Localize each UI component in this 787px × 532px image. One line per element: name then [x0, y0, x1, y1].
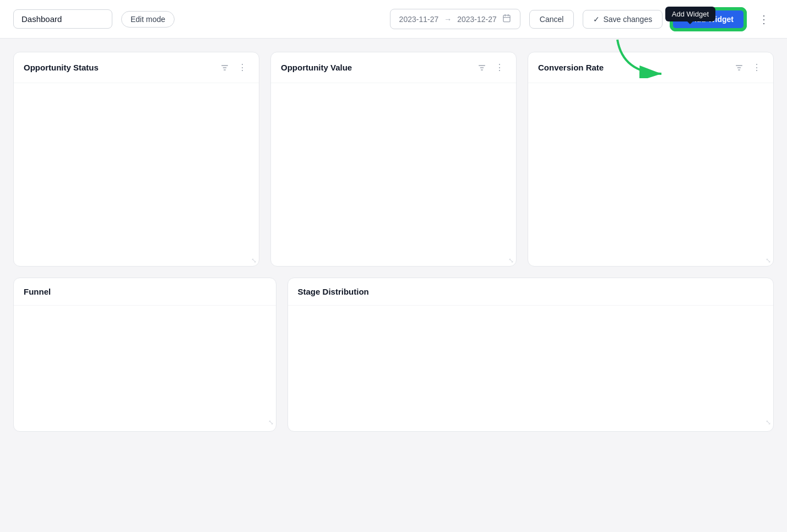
widget-actions-conversion-rate: ⋮: [732, 61, 763, 74]
widget-actions-opportunity-value: ⋮: [475, 61, 506, 74]
stage-distribution-title: Stage Distribution: [298, 287, 369, 296]
conversion-rate-body: ⤡: [528, 83, 773, 266]
cancel-button[interactable]: Cancel: [529, 10, 574, 29]
topbar: Add Widget Edit mode 2023-11-27 → 2023-1…: [0, 0, 787, 39]
conversion-rate-filter-button[interactable]: [732, 62, 746, 73]
svg-rect-0: [503, 15, 510, 22]
opportunity-value-widget: Opportunity Value ⋮ ⤡: [270, 52, 517, 267]
more-icon: ⋮: [238, 62, 247, 73]
date-end: 2023-12-27: [457, 15, 497, 24]
widget-header-stage-distribution: Stage Distribution: [288, 278, 773, 306]
opportunity-status-title: Opportunity Status: [24, 63, 99, 72]
opportunity-status-more-button[interactable]: ⋮: [236, 61, 249, 74]
widget-row-1: Opportunity Status ⋮ ⤡ Op: [13, 52, 774, 267]
resize-handle[interactable]: ⤡: [268, 419, 274, 426]
opportunity-value-title: Opportunity Value: [281, 63, 352, 72]
funnel-widget: Funnel ⤡: [13, 278, 276, 432]
more-icon: ⋮: [495, 62, 504, 73]
opportunity-value-body: ⤡: [271, 83, 516, 266]
check-icon: ✓: [593, 15, 600, 24]
more-icon: ⋮: [752, 62, 761, 73]
widget-header-conversion-rate: Conversion Rate ⋮: [528, 52, 773, 83]
conversion-rate-title: Conversion Rate: [538, 63, 604, 72]
funnel-body: ⤡: [14, 306, 276, 428]
add-widget-tooltip: Add Widget: [665, 7, 715, 21]
stage-distribution-body: ⤡: [288, 306, 773, 428]
widget-header-opportunity-value: Opportunity Value ⋮: [271, 52, 516, 83]
resize-handle[interactable]: ⤡: [766, 257, 771, 264]
more-icon: ⋮: [758, 13, 769, 25]
opportunity-status-widget: Opportunity Status ⋮ ⤡: [13, 52, 259, 267]
date-start: 2023-11-27: [399, 15, 439, 24]
conversion-rate-widget: Conversion Rate ⋮ ⤡: [528, 52, 774, 267]
calendar-icon: [502, 14, 511, 24]
resize-handle[interactable]: ⤡: [251, 257, 257, 264]
widget-actions-opportunity-status: ⋮: [218, 61, 249, 74]
widget-header-opportunity-status: Opportunity Status ⋮: [14, 52, 259, 83]
topbar-more-button[interactable]: ⋮: [754, 10, 774, 28]
date-range-picker[interactable]: 2023-11-27 → 2023-12-27: [390, 9, 520, 29]
conversion-rate-more-button[interactable]: ⋮: [750, 61, 763, 74]
opportunity-status-body: ⤡: [14, 83, 259, 266]
main-content: Opportunity Status ⋮ ⤡ Op: [0, 39, 787, 445]
stage-distribution-widget: Stage Distribution ⤡: [287, 278, 774, 432]
resize-handle[interactable]: ⤡: [508, 257, 514, 264]
opportunity-value-more-button[interactable]: ⋮: [493, 61, 506, 74]
dashboard-title-input[interactable]: [13, 9, 112, 29]
opportunity-status-filter-button[interactable]: [218, 62, 231, 73]
widget-row-2: Funnel ⤡ Stage Distribution ⤡: [13, 278, 774, 432]
date-arrow: →: [444, 15, 452, 24]
resize-handle[interactable]: ⤡: [766, 419, 771, 426]
opportunity-value-filter-button[interactable]: [475, 62, 489, 73]
widget-header-funnel: Funnel: [14, 278, 276, 306]
save-changes-button[interactable]: ✓ Save changes: [583, 10, 663, 29]
funnel-title: Funnel: [24, 287, 51, 296]
edit-mode-button[interactable]: Edit mode: [121, 11, 175, 28]
